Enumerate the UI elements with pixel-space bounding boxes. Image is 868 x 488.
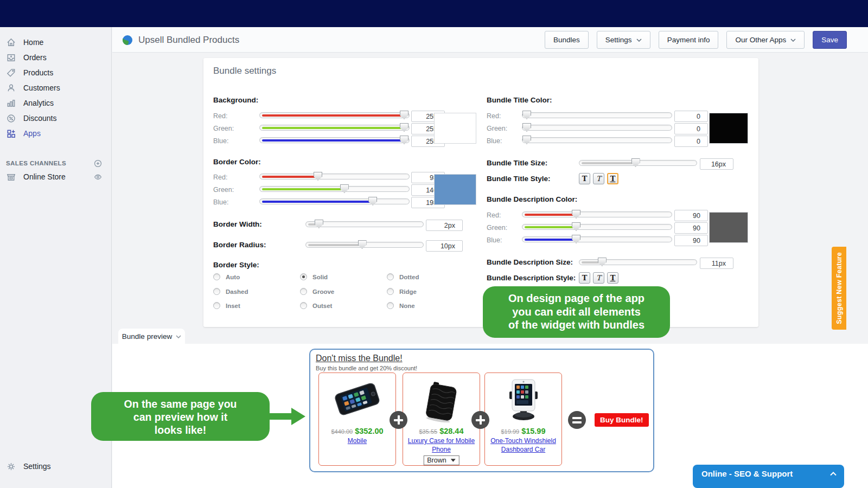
sidebar-item-label: Analytics (23, 99, 54, 107)
blue-label: Blue: (213, 198, 229, 206)
border-style-inset-radio[interactable]: Inset (213, 302, 240, 309)
desc-size-slider[interactable] (579, 259, 697, 265)
slider-handle[interactable] (572, 235, 580, 243)
slider-handle[interactable] (522, 136, 531, 144)
support-status-label: Online - SEO & Support (701, 469, 793, 478)
product-link[interactable]: One-Touch Windshield Dashboard Car (487, 436, 559, 454)
app-header: Upsell Bundled Products Bundles Settings… (112, 27, 868, 53)
sidebar-item-customers[interactable]: Customers (0, 80, 111, 95)
desc-bold-button[interactable]: T (579, 272, 590, 284)
product-link[interactable]: Luxury Case for Mobile Phone (405, 436, 477, 454)
payment-info-button[interactable]: Payment info (659, 31, 719, 49)
border-blue-slider[interactable] (259, 198, 410, 204)
slider-handle[interactable] (400, 136, 409, 144)
slider-handle[interactable] (400, 123, 409, 132)
home-icon (6, 37, 16, 48)
sidebar-item-online-store[interactable]: Online Store (0, 169, 111, 184)
settings-dropdown-button[interactable]: Settings (597, 31, 650, 49)
suggest-feature-tab[interactable]: Suggest New Feature (832, 247, 846, 330)
add-channel-icon[interactable] (93, 159, 103, 168)
background-green-slider[interactable] (259, 125, 410, 131)
green-label: Green: (213, 186, 234, 194)
border-width-value[interactable]: 2px (426, 220, 463, 231)
slider-handle[interactable] (368, 197, 377, 206)
slider-handle[interactable] (400, 111, 409, 119)
product-card-mobile: $440.00$352.00 Mobile (318, 373, 396, 466)
sidebar-item-products[interactable]: Products (0, 65, 111, 80)
title-size-value[interactable]: 16px (700, 158, 733, 170)
title-bold-button[interactable]: T (579, 173, 590, 184)
bundle-preview-tab[interactable]: Bundle preview (118, 329, 185, 344)
sidebar-item-label: Customers (23, 84, 60, 92)
slider-handle[interactable] (522, 111, 531, 119)
desc-italic-button[interactable]: T (593, 272, 604, 284)
border-radius-slider[interactable] (305, 242, 424, 248)
border-style-solid-radio[interactable]: Solid (300, 273, 328, 280)
title-blue-slider[interactable] (522, 137, 672, 143)
slider-handle[interactable] (315, 220, 323, 228)
sidebar-item-settings[interactable]: Settings (0, 459, 112, 474)
title-italic-button[interactable]: T (593, 173, 604, 184)
title-style-label: Bundle Title Style: (487, 175, 551, 183)
eye-icon[interactable] (93, 172, 103, 182)
support-chat-bar[interactable]: Online - SEO & Support (693, 465, 844, 488)
background-blue-slider[interactable] (259, 137, 410, 143)
slider-handle[interactable] (572, 210, 580, 219)
slider-handle[interactable] (358, 240, 367, 249)
border-green-slider[interactable] (259, 186, 410, 192)
desc-color-label: Bundle Description Color: (487, 195, 577, 203)
other-apps-dropdown-button[interactable]: Our Other Apps (726, 31, 805, 49)
title-green-value[interactable]: 0 (674, 123, 708, 134)
title-green-slider[interactable] (522, 125, 672, 131)
background-red-slider[interactable] (259, 112, 410, 118)
slider-handle[interactable] (340, 184, 349, 193)
desc-underline-button[interactable]: T (607, 272, 618, 284)
desc-red-slider[interactable] (522, 211, 672, 217)
variant-select[interactable]: Brown (423, 455, 459, 465)
sidebar-item-home[interactable]: Home (0, 35, 111, 50)
equals-icon (568, 411, 586, 429)
product-prices: $440.00$352.00 (319, 426, 395, 436)
border-red-slider[interactable] (259, 174, 410, 179)
border-style-dotted-radio[interactable]: Dotted (387, 273, 419, 280)
sales-channels-label: SALES CHANNELS (6, 160, 66, 166)
border-style-ridge-radio[interactable]: Ridge (387, 288, 417, 295)
sidebar-item-discounts[interactable]: Discounts (0, 111, 111, 126)
slider-handle[interactable] (522, 123, 531, 132)
border-style-auto-radio[interactable]: Auto (213, 273, 240, 280)
buy-bundle-button[interactable]: Buy Bundle! (595, 413, 649, 427)
slider-handle[interactable] (631, 158, 640, 167)
border-radius-value[interactable]: 10px (426, 240, 463, 252)
title-underline-button[interactable]: T (607, 173, 618, 184)
sidebar-item-analytics[interactable]: Analytics (0, 95, 111, 111)
border-style-groove-radio[interactable]: Groove (300, 288, 334, 295)
desc-blue-slider[interactable] (522, 236, 672, 242)
title-red-slider[interactable] (522, 112, 672, 118)
border-style-dashed-radio[interactable]: Dashed (213, 288, 248, 295)
settings-label: Settings (23, 462, 51, 471)
product-link[interactable]: Mobile (321, 436, 393, 445)
slider-handle[interactable] (572, 222, 580, 231)
bundles-button[interactable]: Bundles (545, 31, 589, 49)
border-width-slider[interactable] (305, 221, 424, 227)
title-red-value[interactable]: 0 (674, 111, 708, 122)
sidebar-item-apps[interactable]: Apps (0, 126, 111, 141)
sidebar-item-label: Products (23, 68, 53, 77)
title-blue-value[interactable]: 0 (674, 136, 708, 147)
desc-green-value[interactable]: 90 (674, 222, 708, 234)
product-card-mount: $19.99$15.99 One-Touch Windshield Dashbo… (484, 373, 562, 466)
desc-blue-value[interactable]: 90 (674, 235, 708, 246)
apps-icon (6, 129, 16, 139)
sidebar-item-label: Discounts (23, 114, 56, 123)
border-style-none-radio[interactable]: None (387, 302, 415, 309)
desc-green-slider[interactable] (522, 224, 672, 230)
save-button[interactable]: Save (813, 31, 847, 49)
chevron-up-icon (830, 472, 837, 476)
sidebar-item-orders[interactable]: Orders (0, 50, 111, 65)
slider-handle[interactable] (598, 258, 607, 266)
title-size-slider[interactable] (579, 160, 697, 166)
border-style-outset-radio[interactable]: Outset (300, 302, 332, 309)
slider-handle[interactable] (314, 172, 322, 181)
desc-red-value[interactable]: 90 (674, 210, 708, 221)
desc-size-value[interactable]: 11px (700, 258, 733, 269)
